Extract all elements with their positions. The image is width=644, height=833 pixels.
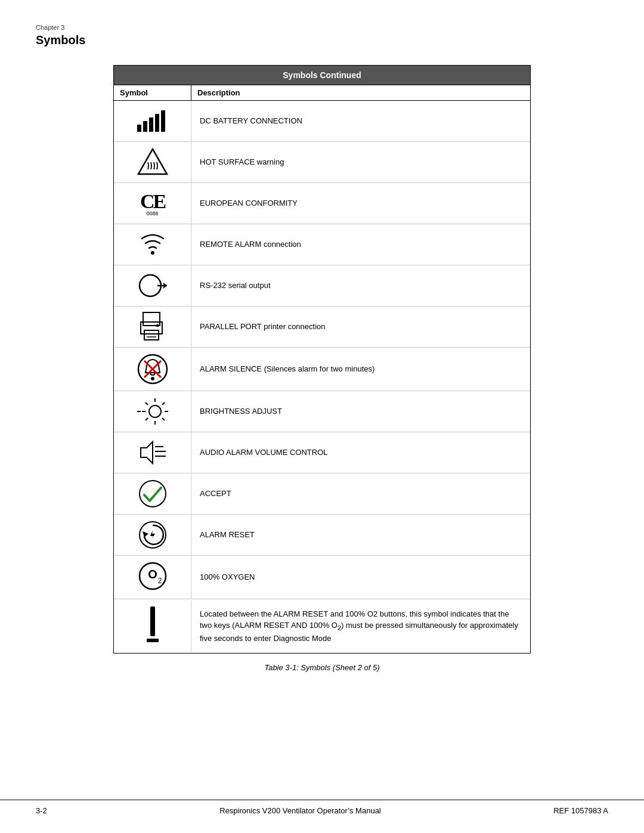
- symbol-battery: [114, 101, 191, 141]
- table-row: AUDIO ALARM VOLUME CONTROL: [114, 432, 530, 473]
- section-title: Symbols: [36, 33, 608, 47]
- footer-page-number: 3-2: [36, 806, 47, 815]
- symbol-diagnostic: [114, 600, 191, 652]
- table-header: Symbols Continued: [114, 66, 530, 85]
- table-row: DC BATTERY CONNECTION: [114, 101, 530, 142]
- symbol-volume: [114, 432, 191, 473]
- svg-point-19: [151, 377, 154, 380]
- svg-line-28: [145, 418, 148, 420]
- svg-rect-1: [143, 121, 147, 132]
- table-caption: Table 3-1: Symbols (Sheet 2 of 5): [36, 663, 608, 672]
- svg-rect-40: [150, 606, 155, 636]
- svg-point-20: [149, 405, 161, 417]
- symbol-alarm-silence: [114, 348, 191, 391]
- svg-rect-41: [147, 639, 159, 642]
- symbol-remote-alarm: [114, 224, 191, 265]
- footer-ref: REF 1057983 A: [553, 806, 608, 815]
- desc-battery: DC BATTERY CONNECTION: [191, 110, 530, 132]
- svg-line-27: [162, 402, 165, 405]
- table-row: Located between the ALARM RESET and 100%…: [114, 599, 530, 653]
- symbol-ce: CE 0086: [114, 183, 191, 224]
- table-row: BRIGHTNESS ADJUST: [114, 391, 530, 432]
- desc-parallel: PARALLEL PORT printer connection: [191, 316, 530, 337]
- symbol-hot: [114, 142, 191, 182]
- svg-rect-4: [161, 110, 165, 132]
- table-row: HOT SURFACE warning: [114, 142, 530, 183]
- page-wrapper: Chapter 3 Symbols Symbols Continued Symb…: [0, 0, 644, 708]
- svg-text:O: O: [148, 568, 157, 581]
- table-row: PARALLEL PORT printer connection: [114, 306, 530, 348]
- table-row: CE 0086 EUROPEAN CONFORMITY: [114, 183, 530, 224]
- svg-rect-12: [144, 330, 159, 340]
- symbol-brightness: [114, 391, 191, 432]
- desc-oxygen: 100% OXYGEN: [191, 566, 530, 588]
- svg-line-25: [145, 402, 148, 405]
- desc-hot: HOT SURFACE warning: [191, 151, 530, 173]
- symbol-rs232: [114, 265, 191, 306]
- desc-accept: ACCEPT: [191, 483, 530, 504]
- col-desc-header: Description: [191, 85, 530, 100]
- symbol-parallel: [114, 306, 191, 347]
- desc-remote-alarm: REMOTE ALARM connection: [191, 234, 530, 255]
- table-row: REMOTE ALARM connection: [114, 224, 530, 265]
- symbol-alarm-reset: [114, 515, 191, 555]
- symbol-oxygen: O 2: [114, 556, 191, 599]
- table-row: RS-232 serial output: [114, 265, 530, 306]
- desc-rs232: RS-232 serial output: [191, 275, 530, 296]
- page-footer: 3-2 Respironics V200 Ventilator Operator…: [0, 800, 644, 821]
- symbol-accept: [114, 473, 191, 514]
- svg-marker-30: [141, 442, 153, 463]
- svg-text:2: 2: [157, 577, 162, 585]
- svg-rect-0: [137, 125, 141, 132]
- svg-rect-15: [156, 324, 159, 327]
- svg-point-6: [151, 251, 154, 255]
- table-row: ALARM SILENCE (Silences alarm for two mi…: [114, 348, 530, 391]
- desc-alarm-reset: ALARM RESET: [191, 524, 530, 546]
- svg-rect-10: [143, 312, 160, 326]
- chapter-label: Chapter 3: [36, 24, 608, 31]
- table-row: ACCEPT: [114, 473, 530, 515]
- desc-volume: AUDIO ALARM VOLUME CONTROL: [191, 442, 530, 463]
- svg-point-34: [140, 481, 166, 507]
- col-headers: Symbol Description: [114, 85, 530, 101]
- svg-line-26: [162, 418, 165, 420]
- table-row: O 2 100% OXYGEN: [114, 556, 530, 599]
- desc-alarm-silence: ALARM SILENCE (Silences alarm for two mi…: [191, 358, 530, 380]
- desc-diagnostic: Located between the ALARM RESET and 100%…: [191, 603, 530, 649]
- svg-marker-9: [163, 283, 167, 289]
- table-row: ALARM RESET: [114, 515, 530, 556]
- footer-title: Respironics V200 Ventilator Operator’s M…: [219, 806, 381, 815]
- col-symbol-header: Symbol: [114, 85, 191, 100]
- symbols-table: Symbols Continued Symbol Description DC …: [113, 65, 531, 654]
- svg-marker-36: [143, 531, 148, 537]
- svg-rect-3: [155, 114, 159, 132]
- svg-marker-5: [138, 149, 167, 174]
- svg-rect-2: [149, 117, 153, 132]
- desc-brightness: BRIGHTNESS ADJUST: [191, 401, 530, 422]
- desc-ce: EUROPEAN CONFORMITY: [191, 193, 530, 214]
